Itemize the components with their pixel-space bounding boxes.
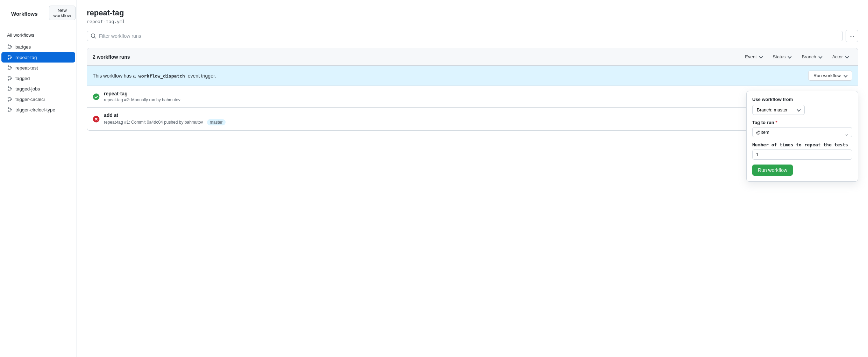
filter-input[interactable] (99, 33, 839, 39)
event-filter-button[interactable]: Event (741, 52, 766, 61)
new-workflow-button[interactable]: New workflow (49, 6, 76, 20)
sidebar-item-label: repeat-tag (15, 55, 37, 60)
run-workflow-submit-button[interactable]: Run workflow (752, 165, 793, 176)
svg-point-6 (8, 66, 9, 67)
run-meta: repeat-tag #2: Manually run by bahmutov (104, 97, 852, 102)
run-info: repeat-tag repeat-tag #2: Manually run b… (104, 91, 852, 102)
run-workflow-button-label: Run workflow (813, 73, 841, 78)
tag-select-wrapper: @item ⌄ (752, 127, 852, 142)
svg-point-17 (8, 100, 9, 101)
sidebar-item-repeat-test[interactable]: repeat-test (1, 63, 75, 73)
actor-filter-chevron-icon (845, 54, 849, 58)
event-filter-chevron-icon (759, 54, 763, 58)
workflow-icon (7, 107, 13, 112)
svg-point-9 (8, 76, 9, 77)
runs-container: 2 workflow runs Event Status Branch Acto… (87, 48, 858, 131)
svg-point-5 (8, 58, 9, 59)
svg-point-21 (93, 94, 99, 100)
repeat-field-label: Number of times to repeat the tests (752, 142, 852, 147)
actor-filter-label: Actor (832, 54, 843, 59)
sidebar-item-badges[interactable]: badges (1, 42, 75, 52)
status-filter-button[interactable]: Status (769, 52, 795, 61)
runs-count: 2 workflow runs (93, 54, 130, 60)
sidebar-item-tagged[interactable]: tagged (1, 73, 75, 83)
branch-selector-button[interactable]: Branch: master (752, 105, 805, 115)
branch-filter-chevron-icon (818, 54, 822, 58)
sidebar-item-repeat-tag[interactable]: repeat-tag (1, 52, 75, 63)
dispatch-text-before: This workflow has a (93, 73, 136, 79)
workflow-icon (7, 75, 13, 81)
sidebar-item-label: tagged (15, 76, 30, 81)
dispatch-text: This workflow has a workflow_dispatch ev… (93, 73, 216, 79)
tag-select[interactable]: @item (752, 127, 852, 137)
sidebar-item-label: tagged-jobs (15, 86, 40, 92)
filter-bar: ··· (87, 30, 858, 42)
workflow-icon (7, 54, 13, 60)
repeat-input[interactable] (752, 150, 852, 160)
sidebar-item-trigger-circleci[interactable]: trigger-circleci (1, 94, 75, 104)
sidebar-items-list: badges repeat-tag repeat-test tagged tag… (0, 42, 77, 115)
sidebar-item-label: trigger-circleci (15, 97, 45, 102)
table-row: repeat-tag repeat-tag #2: Manually run b… (87, 86, 858, 108)
workflow-icon (7, 44, 13, 50)
svg-point-15 (8, 97, 9, 98)
failure-status-icon (93, 116, 100, 123)
required-star: * (776, 120, 777, 125)
sidebar-item-all-workflows-label: All workflows (7, 32, 34, 38)
svg-point-11 (8, 79, 9, 80)
workflow-icon (7, 65, 13, 71)
runs-filters: Event Status Branch Actor (741, 52, 852, 61)
dispatch-banner: This workflow has a workflow_dispatch ev… (87, 66, 858, 86)
branch-selector-label: Branch: master (757, 107, 788, 112)
main-content: repeat-tag repeat-tag.yml ··· 2 workflow… (77, 0, 868, 357)
run-meta: repeat-tag #1: Commit 0a4dc04 pushed by … (104, 119, 852, 125)
workflow-icon (7, 96, 13, 102)
svg-point-3 (8, 55, 9, 56)
sidebar-item-tagged-jobs[interactable]: tagged-jobs (1, 83, 75, 94)
branch-badge: master (207, 119, 226, 125)
table-row: add at repeat-tag #1: Commit 0a4dc04 pus… (87, 108, 858, 130)
sidebar: Workflows New workflow All workflows bad… (0, 0, 77, 357)
search-icon (91, 33, 96, 39)
dispatch-text-after: event trigger. (188, 73, 216, 79)
success-status-icon (93, 93, 100, 100)
dispatch-code: workflow_dispatch (137, 73, 186, 79)
actor-filter-button[interactable]: Actor (828, 52, 852, 61)
runs-header: 2 workflow runs Event Status Branch Acto… (87, 48, 858, 66)
branch-filter-label: Branch (802, 54, 816, 59)
svg-point-20 (8, 111, 9, 112)
status-filter-label: Status (773, 54, 786, 59)
event-filter-label: Event (745, 54, 756, 59)
sidebar-item-trigger-circleci-type[interactable]: trigger-circleci-type (1, 104, 75, 115)
filter-input-wrap (87, 31, 843, 41)
tag-field-label: Tag to run * (752, 120, 852, 125)
workflow-icon (7, 86, 13, 92)
svg-point-18 (8, 108, 9, 109)
svg-point-0 (8, 45, 9, 46)
run-name: add at (104, 112, 852, 118)
sidebar-item-label: repeat-test (15, 65, 38, 71)
sidebar-item-all-workflows[interactable]: All workflows (1, 30, 75, 40)
page-subtitle: repeat-tag.yml (87, 19, 858, 24)
branch-selector-chevron-icon (797, 108, 801, 111)
svg-point-2 (8, 48, 9, 49)
run-workflow-chevron-icon (844, 73, 847, 77)
svg-point-8 (8, 69, 9, 70)
run-workflow-button[interactable]: Run workflow (808, 71, 852, 81)
page-title: repeat-tag (87, 8, 858, 17)
sidebar-title: Workflows (6, 11, 43, 21)
branch-filter-button[interactable]: Branch (798, 52, 825, 61)
svg-point-14 (8, 90, 9, 91)
sidebar-item-label: trigger-circleci-type (15, 107, 55, 112)
sidebar-item-label: badges (15, 44, 31, 50)
run-info: add at repeat-tag #1: Commit 0a4dc04 pus… (104, 112, 852, 125)
run-name: repeat-tag (104, 91, 852, 96)
workflow-dropdown: Use workflow from Branch: master Tag to … (746, 91, 858, 182)
status-filter-chevron-icon (788, 54, 792, 58)
more-options-button[interactable]: ··· (846, 30, 858, 42)
svg-point-12 (8, 87, 9, 88)
dropdown-section-title: Use workflow from (752, 97, 852, 102)
